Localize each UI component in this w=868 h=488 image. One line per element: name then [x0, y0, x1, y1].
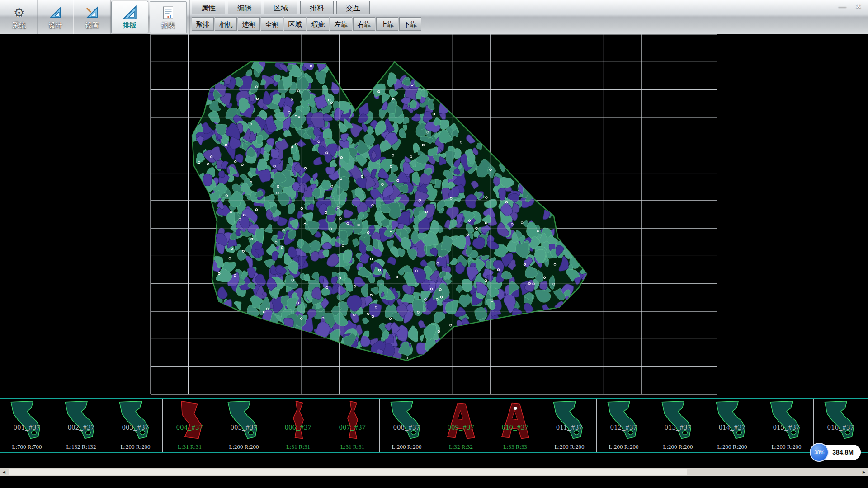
piece-thumb-008_#37[interactable]: 008_#37L:200 R:200 — [380, 399, 434, 452]
piece-thumb-014_#37[interactable]: 014_#37L:200 R:200 — [705, 399, 760, 452]
scrollbar-thumb[interactable] — [9, 469, 687, 475]
nesting-canvas[interactable] — [0, 34, 868, 398]
piece-shape — [383, 399, 430, 442]
toolbar-button-label: 排版 — [123, 21, 137, 30]
menu-tab-region[interactable]: 区域 — [264, 1, 297, 14]
piece-thumb-007_#37[interactable]: 007_#37L:31 R:31 — [326, 399, 380, 452]
settings-icon — [85, 5, 99, 21]
piece-shape — [4, 399, 51, 442]
toolbar-big-buttons: ⚙系统设计设置排版报表 — [0, 0, 188, 34]
piece-shape — [546, 399, 593, 442]
nesting-icon — [122, 5, 137, 21]
menu-tab-interact[interactable]: 交互 — [336, 1, 370, 14]
piece-thumb-012_#37[interactable]: 012_#37L:200 R:200 — [597, 399, 651, 452]
nesting-canvas-area[interactable] — [0, 34, 868, 398]
piece-lr-count: L:200 R:200 — [217, 443, 271, 450]
piece-thumb-010_#37[interactable]: 010_#37L:33 R:33 — [488, 399, 542, 452]
memory-status: 38% 384.8M — [813, 445, 861, 460]
piece-shape — [275, 399, 322, 442]
menu-tool-row: 聚排相机选割全割区域瑕疵左靠右靠上靠下靠 — [192, 16, 421, 31]
horizontal-scrollbar[interactable]: ◄ ► — [0, 468, 868, 476]
piece-shape — [492, 399, 539, 442]
piece-thumb-009_#37[interactable]: 009_#37L:32 R:32 — [434, 399, 488, 452]
piece-shape — [221, 399, 268, 442]
menu-tab-edit[interactable]: 编辑 — [228, 1, 261, 14]
progress-indicator: 38% — [810, 443, 829, 462]
piece-thumb-004_#37[interactable]: 004_#37L:31 R:31 — [163, 399, 217, 452]
piece-lr-count: L:31 R:31 — [271, 443, 325, 450]
minimize-button[interactable]: — — [839, 2, 846, 11]
toolbar-button-design[interactable]: 设计 — [38, 0, 74, 34]
piece-lr-count: L:132 R:132 — [54, 443, 108, 450]
piece-lr-count: L:200 R:200 — [380, 443, 434, 450]
tool-button-select-cut[interactable]: 选割 — [238, 17, 260, 31]
piece-lr-count: L:200 R:200 — [760, 443, 813, 450]
memory-value: 384.8M — [832, 449, 854, 456]
tool-button-align-bottom[interactable]: 下靠 — [399, 17, 421, 31]
piece-lr-count: L:32 R:32 — [434, 443, 488, 450]
design-icon — [49, 5, 62, 21]
piece-shape — [112, 399, 159, 442]
menu-tab-nest[interactable]: 排料 — [300, 1, 334, 14]
tool-button-area[interactable]: 区域 — [284, 17, 306, 31]
piece-thumb-002_#37[interactable]: 002_#37L:132 R:132 — [54, 399, 108, 452]
tool-button-align-top[interactable]: 上靠 — [376, 17, 398, 31]
piece-thumb-005_#37[interactable]: 005_#37L:200 R:200 — [217, 399, 271, 452]
piece-shape — [329, 399, 376, 442]
tool-button-align-right[interactable]: 右靠 — [353, 17, 375, 31]
gear-icon: ⚙ — [13, 5, 24, 21]
piece-lr-count: L:200 R:200 — [108, 443, 162, 450]
pieces-panel: 001_#37L:700 R:700002_#37L:132 R:132003_… — [0, 398, 868, 453]
piece-lr-count: L:200 R:200 — [705, 443, 759, 450]
toolbar-button-label: 系统 — [12, 21, 26, 30]
nesting-app: ⚙系统设计设置排版报表 属性编辑区域排料交互 聚排相机选割全割区域瑕疵左靠右靠上… — [0, 0, 868, 488]
piece-shape — [166, 399, 213, 442]
piece-shape — [817, 399, 864, 442]
piece-thumb-013_#37[interactable]: 013_#37L:200 R:200 — [651, 399, 705, 452]
scrollbar-track[interactable] — [8, 468, 860, 476]
piece-shape — [58, 399, 105, 442]
tool-button-cut-all[interactable]: 全割 — [261, 17, 283, 31]
piece-shape — [763, 399, 810, 442]
piece-thumb-006_#37[interactable]: 006_#37L:31 R:31 — [271, 399, 326, 452]
scroll-left-arrow[interactable]: ◄ — [0, 468, 8, 476]
menu-tab-properties[interactable]: 属性 — [192, 1, 225, 14]
piece-lr-count: L:31 R:31 — [326, 443, 379, 450]
piece-thumb-015_#37[interactable]: 015_#37L:200 R:200 — [760, 399, 814, 452]
piece-shape — [655, 399, 702, 442]
piece-thumb-003_#37[interactable]: 003_#37L:200 R:200 — [108, 399, 163, 452]
tool-button-cluster-nest[interactable]: 聚排 — [192, 17, 214, 31]
piece-shape — [438, 399, 485, 442]
piece-lr-count: L:700 R:700 — [0, 443, 54, 450]
window-controls: — ✕ — [839, 2, 862, 11]
piece-shape — [600, 399, 647, 442]
toolbar-button-label: 设计 — [49, 21, 62, 30]
report-icon — [162, 5, 175, 21]
menu-block: 属性编辑区域排料交互 聚排相机选割全割区域瑕疵左靠右靠上靠下靠 — [189, 0, 421, 34]
main-toolbar: ⚙系统设计设置排版报表 属性编辑区域排料交互 聚排相机选割全割区域瑕疵左靠右靠上… — [0, 0, 868, 35]
toolbar-button-settings[interactable]: 设置 — [74, 0, 111, 34]
piece-lr-count: L:33 R:33 — [488, 443, 542, 450]
toolbar-button-nesting[interactable]: 排版 — [111, 1, 148, 33]
scroll-right-arrow[interactable]: ► — [860, 468, 868, 476]
toolbar-button-report[interactable]: 报表 — [150, 1, 187, 33]
tool-button-camera[interactable]: 相机 — [215, 17, 237, 31]
piece-thumb-011_#37[interactable]: 011_#37L:200 R:200 — [542, 399, 597, 452]
piece-lr-count: L:200 R:200 — [542, 443, 596, 450]
close-button[interactable]: ✕ — [855, 2, 862, 11]
menu-tab-row: 属性编辑区域排料交互 — [192, 0, 421, 16]
tool-button-align-left[interactable]: 左靠 — [330, 17, 352, 31]
piece-lr-count: L:31 R:31 — [163, 443, 217, 450]
toolbar-button-system[interactable]: ⚙系统 — [1, 0, 38, 34]
toolbar-button-label: 报表 — [161, 21, 175, 30]
toolbar-button-label: 设置 — [85, 21, 99, 30]
piece-lr-count: L:200 R:200 — [651, 443, 705, 450]
piece-thumb-001_#37[interactable]: 001_#37L:700 R:700 — [0, 399, 54, 452]
piece-shape — [709, 399, 756, 442]
piece-lr-count: L:200 R:200 — [597, 443, 651, 450]
tool-button-defect[interactable]: 瑕疵 — [307, 17, 329, 31]
